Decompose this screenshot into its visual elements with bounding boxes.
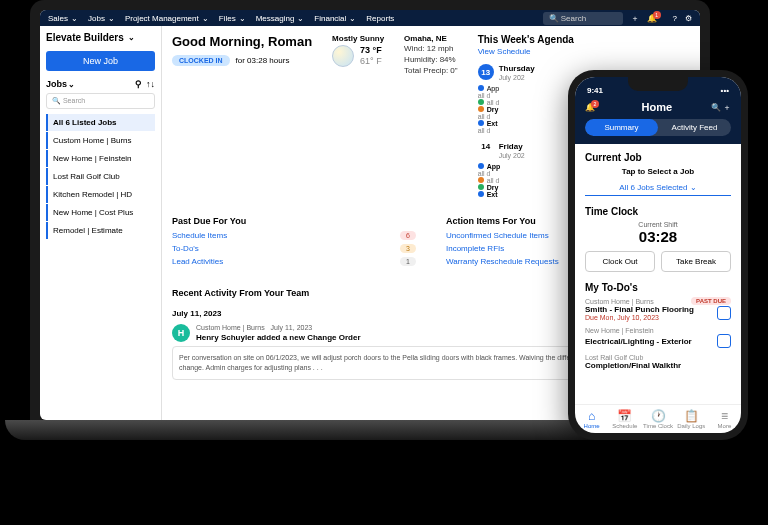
job-item[interactable]: Kitchen Remodel | HD: [46, 186, 155, 203]
jobs-search[interactable]: 🔍 Search: [46, 93, 155, 109]
tab-more[interactable]: ≡More: [708, 409, 741, 429]
search-icon[interactable]: 🔍: [711, 103, 721, 112]
view-schedule-link[interactable]: View Schedule: [478, 47, 618, 56]
shift-time: 03:28: [585, 228, 731, 245]
past-due-title: Past Due For You: [172, 216, 416, 226]
activity-tab[interactable]: Activity Feed: [658, 119, 731, 136]
notif-badge: 1: [653, 11, 661, 19]
greeting: Good Morning, Roman: [172, 34, 312, 49]
company-selector[interactable]: Elevate Builders: [46, 32, 155, 43]
filter-icon[interactable]: ⚲: [135, 79, 142, 89]
gear-icon[interactable]: ⚙: [685, 14, 692, 23]
global-search[interactable]: 🔍 Search: [543, 12, 623, 25]
schedule-items-link[interactable]: Schedule Items: [172, 231, 227, 240]
warranty-link[interactable]: Warranty Reschedule Requests: [446, 257, 559, 266]
nav-jobs[interactable]: Jobs: [88, 14, 115, 23]
todos-title: My To-Do's: [585, 282, 731, 293]
location: Omaha, NE: [404, 34, 458, 43]
tab-home[interactable]: ⌂Home: [575, 409, 608, 429]
job-item[interactable]: Custom Home | Burns: [46, 132, 155, 149]
jobs-header[interactable]: Jobs: [46, 79, 75, 89]
clock-icon: 🕐: [641, 409, 674, 423]
add-icon[interactable]: ＋: [631, 13, 639, 24]
date-badge: 13: [478, 64, 494, 80]
avatar: H: [172, 324, 190, 342]
nav-pm[interactable]: Project Management: [125, 14, 209, 23]
nav-files[interactable]: Files: [219, 14, 246, 23]
tab-schedule[interactable]: 📅Schedule: [608, 409, 641, 429]
todo-checkbox[interactable]: [717, 334, 731, 348]
nav-fin[interactable]: Financial: [314, 14, 356, 23]
time-clock-title: Time Clock: [585, 206, 731, 217]
agenda-title: This Week's Agenda: [478, 34, 618, 45]
tap-select-label: Tap to Select a Job: [585, 167, 731, 176]
home-icon: ⌂: [575, 409, 608, 423]
top-nav: Sales Jobs Project Management Files Mess…: [40, 10, 700, 26]
sidebar: Elevate Builders New Job Jobs⚲↑↓ 🔍 Searc…: [40, 26, 162, 420]
more-icon: ≡: [708, 409, 741, 423]
clock-status: CLOCKED IN: [172, 55, 230, 66]
tab-timeclock[interactable]: 🕐Time Clock: [641, 409, 674, 429]
job-item-all[interactable]: All 6 Listed Jobs: [46, 114, 155, 131]
summary-tab[interactable]: Summary: [585, 119, 658, 136]
job-item[interactable]: Remodel | Estimate: [46, 222, 155, 239]
tab-logs[interactable]: 📋Daily Logs: [675, 409, 708, 429]
unconfirmed-link[interactable]: Unconfirmed Schedule Items: [446, 231, 549, 240]
add-icon[interactable]: ＋: [723, 103, 731, 112]
calendar-icon: 📅: [608, 409, 641, 423]
activity-title: Recent Activity From Your Team: [172, 288, 309, 298]
log-icon: 📋: [675, 409, 708, 423]
weather-icon: [332, 45, 354, 67]
sort-icon[interactable]: ↑↓: [146, 79, 155, 89]
current-job-title: Current Job: [585, 152, 731, 163]
job-item[interactable]: Lost Rail Golf Club: [46, 168, 155, 185]
job-selector[interactable]: All 6 Jobs Selected ⌄: [585, 180, 731, 196]
job-item[interactable]: New Home | Cost Plus: [46, 204, 155, 221]
nav-reports[interactable]: Reports: [366, 14, 394, 23]
clock-out-button[interactable]: Clock Out: [585, 251, 655, 272]
nav-sales[interactable]: Sales: [48, 14, 78, 23]
new-job-button[interactable]: New Job: [46, 51, 155, 71]
job-item[interactable]: New Home | Feinstein: [46, 150, 155, 167]
nav-msg[interactable]: Messaging: [256, 14, 305, 23]
todos-link[interactable]: To-Do's: [172, 244, 199, 253]
leads-link[interactable]: Lead Activities: [172, 257, 223, 266]
clock-hours: for 03:28 hours: [236, 56, 290, 65]
mobile-device: 9:41••• 🔔2 Home 🔍 ＋ SummaryActivity Feed…: [568, 70, 748, 440]
weather-cond: Mostly Sunny: [332, 34, 384, 43]
rfis-link[interactable]: Incomplete RFIs: [446, 244, 504, 253]
take-break-button[interactable]: Take Break: [661, 251, 731, 272]
help-icon[interactable]: ?: [673, 14, 677, 23]
phone-title: Home: [642, 101, 673, 113]
todo-checkbox[interactable]: [717, 306, 731, 320]
